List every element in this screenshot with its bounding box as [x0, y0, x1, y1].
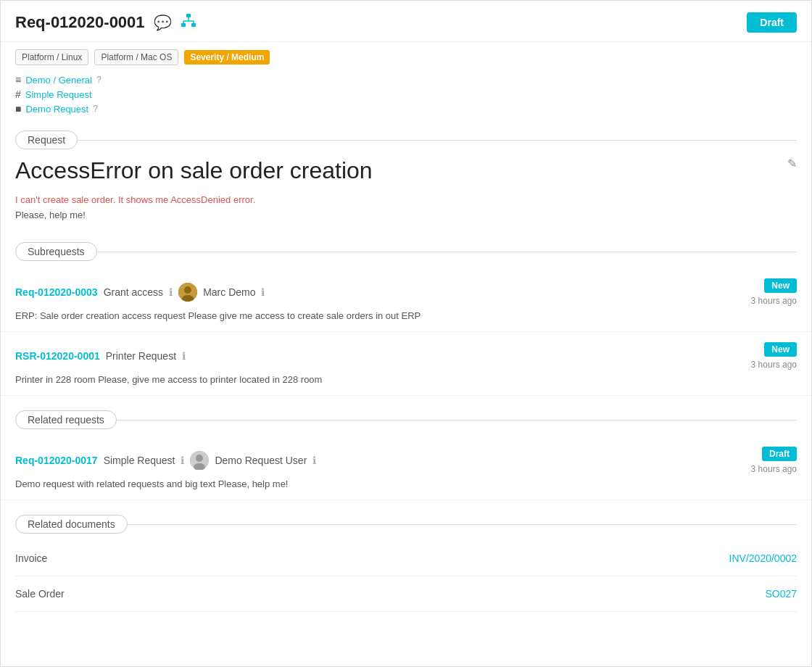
doc-2-label: Sale Order: [15, 588, 65, 600]
square-icon: ■: [15, 103, 21, 115]
svg-rect-0: [186, 14, 191, 17]
subrequest-2-info-icon[interactable]: ℹ: [182, 350, 186, 362]
subrequest-2-right: New 3 hours ago: [751, 342, 797, 370]
subrequest-1-desc: ERP: Sale order creation access request …: [15, 310, 797, 321]
hierarchy-icon[interactable]: [181, 13, 196, 33]
subrequest-1-id[interactable]: Req-012020-0003: [15, 286, 98, 298]
doc-row-2: Sale Order SO027: [15, 576, 797, 612]
tags-row: Platform / Linux Platform / Mac OS Sever…: [1, 42, 811, 70]
meta-demo-request-link[interactable]: Demo Request: [25, 104, 88, 115]
related-1-desc: Demo request with related requests and b…: [15, 478, 797, 489]
meta-category: ≡ Demo / General ?: [15, 74, 797, 86]
category-help-icon[interactable]: ?: [96, 75, 102, 85]
page-header: Req-012020-0001 💬 Draft: [1, 1, 811, 42]
divider-line-sub: [96, 252, 797, 252]
related-1-avatar: [190, 451, 209, 470]
related-1-badge: Draft: [762, 447, 797, 461]
edit-icon[interactable]: ✎: [787, 157, 797, 170]
draft-button[interactable]: Draft: [747, 12, 797, 33]
subrequest-1-badge: New: [764, 278, 797, 293]
request-title: AccessError on sale order creation: [15, 157, 797, 184]
divider-line-docs: [127, 524, 797, 525]
subrequest-item-2: RSR-012020-0001 Printer Request ℹ New 3 …: [1, 332, 811, 396]
related-section-divider: Related requests: [15, 410, 797, 429]
subrequest-1-type: Grant access: [104, 286, 163, 298]
related-1-user: Demo Request User: [215, 455, 307, 466]
svg-point-8: [184, 286, 191, 294]
request-section-label: Request: [15, 130, 78, 149]
doc-2-link[interactable]: SO027: [765, 588, 797, 600]
subrequest-2-type: Printer Request: [106, 350, 176, 362]
subrequest-2-desc: Printer in 228 room Please, give me acce…: [15, 374, 797, 385]
meta-request-type: # Simple Request: [15, 88, 797, 100]
subrequest-1-right: New 3 hours ago: [751, 278, 797, 306]
doc-1-link[interactable]: INV/2020/0002: [729, 552, 797, 564]
subrequest-2-time: 3 hours ago: [751, 360, 797, 370]
documents-section: Invoice INV/2020/0002 Sale Order SO027: [1, 541, 811, 612]
avatar-image: [178, 283, 197, 302]
tag-platform-macos[interactable]: Platform / Mac OS: [94, 49, 178, 65]
divider-line: [77, 140, 797, 141]
related-item-1: Req-012020-0017 Simple Request ℹ Demo Re…: [1, 436, 811, 500]
request-desc-help: Please, help me!: [15, 210, 797, 220]
doc-1-label: Invoice: [15, 552, 47, 564]
meta-section: ≡ Demo / General ? # Simple Request ■ De…: [1, 70, 811, 117]
subrequests-section-divider: Subrequests: [15, 242, 797, 261]
svg-rect-1: [181, 23, 186, 27]
subrequest-2-badge: New: [764, 342, 797, 357]
request-section-divider: Request: [15, 130, 797, 149]
meta-category-link[interactable]: Demo / General: [25, 75, 92, 86]
related-1-time: 3 hours ago: [751, 464, 797, 474]
menu-icon: ≡: [15, 74, 21, 86]
svg-rect-2: [191, 23, 196, 27]
subrequest-item: Req-012020-0003 Grant access ℹ Marc Demo…: [1, 268, 811, 332]
doc-row-1: Invoice INV/2020/0002: [15, 541, 797, 576]
subrequest-1-header: Req-012020-0003 Grant access ℹ Marc Demo…: [15, 278, 797, 306]
hash-icon: #: [15, 88, 21, 100]
meta-demo-request: ■ Demo Request ?: [15, 103, 797, 115]
documents-section-label: Related documents: [15, 515, 128, 534]
subrequest-2-id[interactable]: RSR-012020-0001: [15, 350, 100, 362]
related-1-info-icon[interactable]: ℹ: [181, 455, 184, 466]
related-1-right: Draft 3 hours ago: [751, 447, 797, 474]
subrequest-1-user: Marc Demo: [203, 286, 255, 298]
request-desc-error: I can't create sale order. It shows me A…: [15, 194, 797, 205]
related-1-user-info-icon[interactable]: ℹ: [312, 455, 316, 466]
related-1-header: Req-012020-0017 Simple Request ℹ Demo Re…: [15, 447, 797, 474]
header-left: Req-012020-0001 💬: [15, 13, 196, 33]
request-id: Req-012020-0001: [15, 13, 145, 32]
related-1-id[interactable]: Req-012020-0017: [15, 455, 98, 466]
subrequest-2-header: RSR-012020-0001 Printer Request ℹ New 3 …: [15, 342, 797, 370]
demo-help-icon[interactable]: ?: [93, 104, 98, 114]
request-content: ✎ AccessError on sale order creation I c…: [1, 157, 811, 220]
tag-platform-linux[interactable]: Platform / Linux: [15, 49, 88, 65]
svg-point-11: [196, 455, 203, 462]
subrequest-1-avatar: [178, 283, 197, 302]
divider-line-related: [116, 420, 797, 420]
related-1-type: Simple Request: [104, 455, 175, 466]
subrequest-1-time: 3 hours ago: [751, 296, 797, 306]
meta-request-type-link[interactable]: Simple Request: [25, 89, 92, 100]
subrequest-1-user-info-icon[interactable]: ℹ: [261, 286, 265, 298]
related-section-label: Related requests: [15, 410, 117, 429]
subrequest-1-info-icon[interactable]: ℹ: [169, 286, 173, 298]
subrequests-section-label: Subrequests: [15, 242, 97, 261]
documents-section-divider: Related documents: [15, 515, 797, 534]
tag-severity-medium[interactable]: Severity / Medium: [184, 50, 270, 65]
chat-icon[interactable]: 💬: [154, 14, 172, 31]
